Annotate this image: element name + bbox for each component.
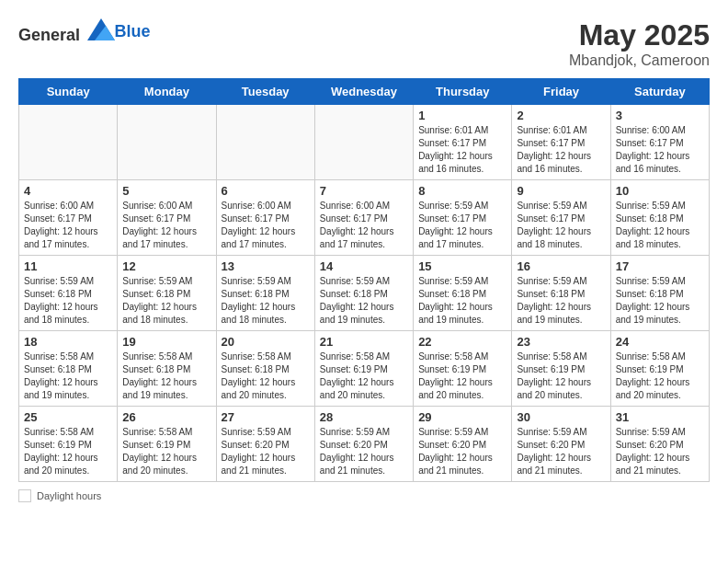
calendar-cell: 25Sunrise: 5:58 AM Sunset: 6:19 PM Dayli… (19, 407, 118, 482)
day-number: 30 (517, 410, 605, 424)
month-year-title: May 2025 (569, 18, 710, 52)
day-info: Sunrise: 5:59 AM Sunset: 6:20 PM Dayligh… (320, 426, 408, 477)
calendar-cell: 20Sunrise: 5:58 AM Sunset: 6:18 PM Dayli… (216, 331, 314, 407)
day-info: Sunrise: 5:59 AM Sunset: 6:18 PM Dayligh… (222, 275, 310, 327)
day-number: 5 (122, 184, 210, 198)
day-info: Sunrise: 6:00 AM Sunset: 6:17 PM Dayligh… (24, 200, 112, 251)
calendar-cell (216, 105, 314, 180)
day-number: 31 (616, 410, 704, 424)
day-info: Sunrise: 5:59 AM Sunset: 6:20 PM Dayligh… (616, 426, 704, 477)
day-number: 12 (122, 259, 210, 273)
calendar-cell: 2Sunrise: 6:01 AM Sunset: 6:17 PM Daylig… (512, 105, 610, 180)
day-number: 6 (222, 184, 310, 198)
calendar-cell: 17Sunrise: 5:59 AM Sunset: 6:18 PM Dayli… (610, 256, 709, 331)
col-header-saturday: Saturday (610, 79, 709, 105)
calendar-cell: 4Sunrise: 6:00 AM Sunset: 6:17 PM Daylig… (19, 180, 118, 256)
col-header-wednesday: Wednesday (314, 79, 413, 105)
day-info: Sunrise: 5:59 AM Sunset: 6:20 PM Dayligh… (418, 426, 506, 477)
col-header-monday: Monday (118, 79, 216, 105)
day-info: Sunrise: 5:59 AM Sunset: 6:17 PM Dayligh… (517, 200, 605, 251)
logo-general: General (18, 26, 80, 44)
logo: General Blue (18, 18, 151, 45)
day-number: 8 (418, 184, 506, 198)
footer-note: Daylight hours (18, 489, 710, 502)
day-info: Sunrise: 6:00 AM Sunset: 6:17 PM Dayligh… (222, 200, 310, 251)
calendar-cell (314, 105, 413, 180)
day-number: 16 (517, 259, 605, 273)
day-info: Sunrise: 5:59 AM Sunset: 6:18 PM Dayligh… (122, 275, 210, 327)
day-number: 19 (122, 335, 210, 349)
header: General Blue May 2025 Mbandjok, Cameroon (18, 18, 710, 69)
calendar-week-row-3: 11Sunrise: 5:59 AM Sunset: 6:18 PM Dayli… (19, 256, 710, 331)
day-info: Sunrise: 6:00 AM Sunset: 6:17 PM Dayligh… (122, 200, 210, 251)
day-info: Sunrise: 5:58 AM Sunset: 6:18 PM Dayligh… (24, 350, 112, 402)
calendar-table: SundayMondayTuesdayWednesdayThursdayFrid… (18, 78, 710, 482)
calendar-cell: 10Sunrise: 5:59 AM Sunset: 6:18 PM Dayli… (610, 180, 709, 256)
logo-blue: Blue (115, 22, 151, 40)
day-number: 23 (517, 335, 605, 349)
day-info: Sunrise: 5:59 AM Sunset: 6:20 PM Dayligh… (517, 426, 605, 477)
day-info: Sunrise: 5:59 AM Sunset: 6:18 PM Dayligh… (418, 275, 506, 327)
calendar-cell: 13Sunrise: 5:59 AM Sunset: 6:18 PM Dayli… (216, 256, 314, 331)
calendar-week-row-1: 1Sunrise: 6:01 AM Sunset: 6:17 PM Daylig… (19, 105, 710, 180)
calendar-cell: 1Sunrise: 6:01 AM Sunset: 6:17 PM Daylig… (414, 105, 512, 180)
calendar-week-row-2: 4Sunrise: 6:00 AM Sunset: 6:17 PM Daylig… (19, 180, 710, 256)
day-info: Sunrise: 5:59 AM Sunset: 6:18 PM Dayligh… (616, 275, 704, 327)
calendar-cell: 8Sunrise: 5:59 AM Sunset: 6:17 PM Daylig… (414, 180, 512, 256)
day-number: 15 (418, 259, 506, 273)
day-number: 26 (122, 410, 210, 424)
calendar-cell: 18Sunrise: 5:58 AM Sunset: 6:18 PM Dayli… (19, 331, 118, 407)
day-info: Sunrise: 6:01 AM Sunset: 6:17 PM Dayligh… (418, 124, 506, 176)
calendar-cell: 5Sunrise: 6:00 AM Sunset: 6:17 PM Daylig… (118, 180, 216, 256)
day-number: 9 (517, 184, 605, 198)
day-number: 11 (24, 259, 112, 273)
calendar-cell: 21Sunrise: 5:58 AM Sunset: 6:19 PM Dayli… (314, 331, 413, 407)
calendar-cell (118, 105, 216, 180)
calendar-cell: 3Sunrise: 6:00 AM Sunset: 6:17 PM Daylig… (610, 105, 709, 180)
calendar-cell: 23Sunrise: 5:58 AM Sunset: 6:19 PM Dayli… (512, 331, 610, 407)
calendar-week-row-4: 18Sunrise: 5:58 AM Sunset: 6:18 PM Dayli… (19, 331, 710, 407)
calendar-cell: 29Sunrise: 5:59 AM Sunset: 6:20 PM Dayli… (414, 407, 512, 482)
calendar-cell: 31Sunrise: 5:59 AM Sunset: 6:20 PM Dayli… (610, 407, 709, 482)
day-number: 1 (418, 109, 506, 122)
calendar-cell: 15Sunrise: 5:59 AM Sunset: 6:18 PM Dayli… (414, 256, 512, 331)
col-header-sunday: Sunday (19, 79, 118, 105)
calendar-cell: 28Sunrise: 5:59 AM Sunset: 6:20 PM Dayli… (314, 407, 413, 482)
day-info: Sunrise: 5:58 AM Sunset: 6:19 PM Dayligh… (616, 350, 704, 402)
day-info: Sunrise: 5:59 AM Sunset: 6:18 PM Dayligh… (320, 275, 408, 327)
day-number: 7 (320, 184, 408, 198)
calendar-cell: 30Sunrise: 5:59 AM Sunset: 6:20 PM Dayli… (512, 407, 610, 482)
calendar-cell: 14Sunrise: 5:59 AM Sunset: 6:18 PM Dayli… (314, 256, 413, 331)
day-number: 4 (24, 184, 112, 198)
day-info: Sunrise: 5:59 AM Sunset: 6:18 PM Dayligh… (24, 275, 112, 327)
day-number: 3 (616, 109, 704, 122)
day-number: 29 (418, 410, 506, 424)
day-info: Sunrise: 5:59 AM Sunset: 6:18 PM Dayligh… (517, 275, 605, 327)
calendar-cell: 11Sunrise: 5:59 AM Sunset: 6:18 PM Dayli… (19, 256, 118, 331)
day-info: Sunrise: 5:59 AM Sunset: 6:20 PM Dayligh… (222, 426, 310, 477)
day-number: 27 (222, 410, 310, 424)
calendar-cell: 27Sunrise: 5:59 AM Sunset: 6:20 PM Dayli… (216, 407, 314, 482)
logo-icon (87, 18, 115, 40)
day-info: Sunrise: 5:59 AM Sunset: 6:17 PM Dayligh… (418, 200, 506, 251)
calendar-week-row-5: 25Sunrise: 5:58 AM Sunset: 6:19 PM Dayli… (19, 407, 710, 482)
day-number: 21 (320, 335, 408, 349)
day-number: 25 (24, 410, 112, 424)
calendar-cell: 19Sunrise: 5:58 AM Sunset: 6:18 PM Dayli… (118, 331, 216, 407)
day-info: Sunrise: 6:00 AM Sunset: 6:17 PM Dayligh… (616, 124, 704, 176)
day-info: Sunrise: 5:58 AM Sunset: 6:19 PM Dayligh… (418, 350, 506, 402)
day-number: 14 (320, 259, 408, 273)
day-info: Sunrise: 5:58 AM Sunset: 6:19 PM Dayligh… (122, 426, 210, 477)
col-header-tuesday: Tuesday (216, 79, 314, 105)
col-header-thursday: Thursday (414, 79, 512, 105)
day-number: 18 (24, 335, 112, 349)
calendar-cell: 24Sunrise: 5:58 AM Sunset: 6:19 PM Dayli… (610, 331, 709, 407)
title-area: May 2025 Mbandjok, Cameroon (569, 18, 710, 69)
day-number: 13 (222, 259, 310, 273)
day-info: Sunrise: 5:59 AM Sunset: 6:18 PM Dayligh… (616, 200, 704, 251)
calendar-cell: 7Sunrise: 6:00 AM Sunset: 6:17 PM Daylig… (314, 180, 413, 256)
calendar-cell: 16Sunrise: 5:59 AM Sunset: 6:18 PM Dayli… (512, 256, 610, 331)
day-number: 2 (517, 109, 605, 122)
day-number: 10 (616, 184, 704, 198)
day-info: Sunrise: 6:01 AM Sunset: 6:17 PM Dayligh… (517, 124, 605, 176)
